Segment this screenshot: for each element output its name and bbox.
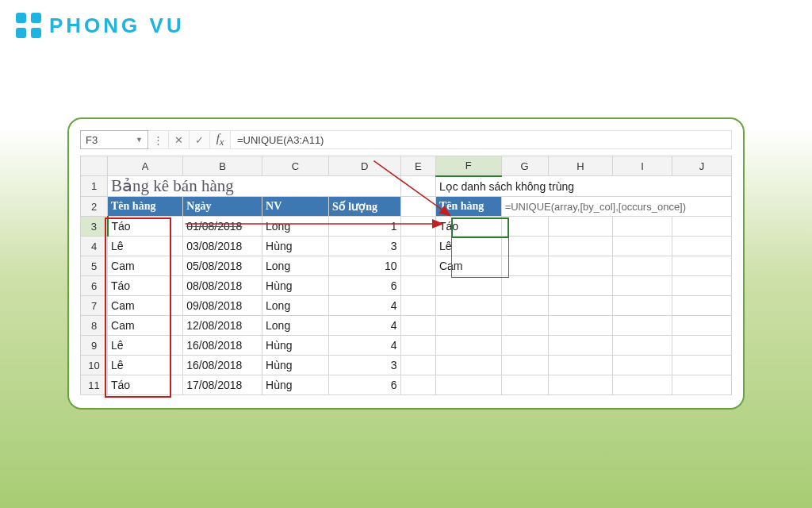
col-header-B[interactable]: B bbox=[183, 156, 262, 176]
unique-result-1[interactable]: Lê bbox=[435, 237, 501, 256]
cell[interactable] bbox=[435, 296, 501, 316]
cell-b4[interactable]: 03/08/2018 bbox=[183, 237, 262, 256]
cell-c11[interactable]: Hùng bbox=[262, 375, 329, 395]
cell-d4[interactable]: 3 bbox=[328, 237, 400, 256]
col-header-E[interactable]: E bbox=[400, 156, 435, 176]
hdr-right-ten-hang[interactable]: Tên hàng bbox=[435, 197, 501, 217]
cell[interactable] bbox=[548, 356, 613, 375]
chevron-down-icon[interactable]: ▼ bbox=[136, 136, 143, 144]
row-header-1[interactable]: 1 bbox=[81, 176, 108, 197]
cell-a5[interactable]: Cam bbox=[108, 256, 183, 276]
cell[interactable] bbox=[613, 276, 672, 296]
cell-a3[interactable]: Táo bbox=[108, 217, 183, 237]
cell[interactable] bbox=[501, 237, 548, 256]
cell[interactable] bbox=[435, 316, 501, 336]
cell[interactable] bbox=[548, 296, 613, 316]
col-header-C[interactable]: C bbox=[262, 156, 329, 176]
cell[interactable] bbox=[613, 375, 672, 395]
cell[interactable] bbox=[400, 336, 435, 356]
cell[interactable] bbox=[613, 316, 672, 336]
cell-a10[interactable]: Lê bbox=[108, 356, 183, 375]
cell[interactable] bbox=[400, 217, 435, 237]
cell[interactable] bbox=[501, 217, 548, 237]
cell-a8[interactable]: Cam bbox=[108, 316, 183, 336]
cell[interactable] bbox=[548, 256, 613, 276]
col-header-G[interactable]: G bbox=[501, 156, 548, 176]
cell[interactable] bbox=[672, 375, 732, 395]
formula-bar[interactable]: =UNIQUE(A3:A11) bbox=[231, 130, 732, 149]
row-header-11[interactable]: 11 bbox=[81, 375, 108, 395]
row-header-3[interactable]: 3 bbox=[81, 217, 108, 237]
cell[interactable] bbox=[672, 256, 732, 276]
cell[interactable] bbox=[548, 375, 613, 395]
cell[interactable] bbox=[613, 296, 672, 316]
cell[interactable] bbox=[501, 356, 548, 375]
cell-d11[interactable]: 6 bbox=[328, 375, 400, 395]
unique-result-0[interactable]: Táo bbox=[435, 217, 501, 237]
cell[interactable] bbox=[435, 336, 501, 356]
cell[interactable] bbox=[435, 276, 501, 296]
row-header-8[interactable]: 8 bbox=[81, 316, 108, 336]
cell-c8[interactable]: Long bbox=[262, 316, 329, 336]
cell-c7[interactable]: Long bbox=[262, 296, 329, 316]
cell-a11[interactable]: Táo bbox=[108, 375, 183, 395]
cell-b8[interactable]: 12/08/2018 bbox=[183, 316, 262, 336]
cell[interactable] bbox=[400, 316, 435, 336]
cell[interactable] bbox=[548, 217, 613, 237]
cell[interactable] bbox=[672, 336, 732, 356]
fx-label[interactable]: fx bbox=[210, 130, 231, 149]
sheet-title[interactable]: Bảng kê bán hàng bbox=[108, 176, 401, 197]
unique-result-2[interactable]: Cam bbox=[435, 256, 501, 276]
cell-c9[interactable]: Hùng bbox=[262, 336, 329, 356]
cell-a9[interactable]: Lê bbox=[108, 336, 183, 356]
cell-d10[interactable]: 3 bbox=[328, 356, 400, 375]
cell-c10[interactable]: Hùng bbox=[262, 356, 329, 375]
cell-a4[interactable]: Lê bbox=[108, 237, 183, 256]
cell[interactable] bbox=[672, 296, 732, 316]
spreadsheet-grid[interactable]: ABCDEFGHIJ 1Bảng kê bán hàngLọc danh sác… bbox=[80, 156, 732, 395]
cell[interactable] bbox=[613, 336, 672, 356]
cell[interactable] bbox=[501, 256, 548, 276]
cell[interactable] bbox=[400, 296, 435, 316]
row-header-10[interactable]: 10 bbox=[81, 356, 108, 375]
row-header-4[interactable]: 4 bbox=[81, 237, 108, 256]
row-header-9[interactable]: 9 bbox=[81, 336, 108, 356]
cell[interactable] bbox=[501, 296, 548, 316]
hdr-ten-hang[interactable]: Tên hàng bbox=[108, 197, 183, 217]
cell-d6[interactable]: 6 bbox=[328, 276, 400, 296]
cell[interactable] bbox=[501, 276, 548, 296]
cell[interactable] bbox=[400, 356, 435, 375]
col-header-D[interactable]: D bbox=[328, 156, 400, 176]
cell[interactable] bbox=[548, 336, 613, 356]
cell-d7[interactable]: 4 bbox=[328, 296, 400, 316]
hdr-ngay[interactable]: Ngày bbox=[183, 197, 262, 217]
cell[interactable] bbox=[435, 356, 501, 375]
cell[interactable] bbox=[435, 375, 501, 395]
col-header-A[interactable]: A bbox=[108, 156, 183, 176]
cell-b6[interactable]: 08/08/2018 bbox=[183, 276, 262, 296]
name-box[interactable]: F3 ▼ bbox=[80, 130, 148, 149]
cell[interactable] bbox=[501, 316, 548, 336]
cell[interactable] bbox=[400, 197, 435, 217]
cell[interactable] bbox=[400, 176, 435, 197]
cell[interactable] bbox=[672, 316, 732, 336]
col-header-H[interactable]: H bbox=[548, 156, 613, 176]
cell[interactable] bbox=[672, 276, 732, 296]
row-header-2[interactable]: 2 bbox=[81, 197, 108, 217]
cell[interactable] bbox=[548, 276, 613, 296]
hdr-nv[interactable]: NV bbox=[262, 197, 329, 217]
cell-c3[interactable]: Long bbox=[262, 217, 329, 237]
cell-d8[interactable]: 4 bbox=[328, 316, 400, 336]
col-header-I[interactable]: I bbox=[613, 156, 672, 176]
row-header-6[interactable]: 6 bbox=[81, 276, 108, 296]
cell-b5[interactable]: 05/08/2018 bbox=[183, 256, 262, 276]
cell-b3[interactable]: 01/08/2018 bbox=[183, 217, 262, 237]
cell-d3[interactable]: 1 bbox=[328, 217, 400, 237]
cell[interactable] bbox=[613, 217, 672, 237]
cell[interactable] bbox=[672, 217, 732, 237]
cell-b9[interactable]: 16/08/2018 bbox=[183, 336, 262, 356]
row-header-7[interactable]: 7 bbox=[81, 296, 108, 316]
cell-b10[interactable]: 16/08/2018 bbox=[183, 356, 262, 375]
cell[interactable] bbox=[613, 237, 672, 256]
cell-c6[interactable]: Hùng bbox=[262, 276, 329, 296]
